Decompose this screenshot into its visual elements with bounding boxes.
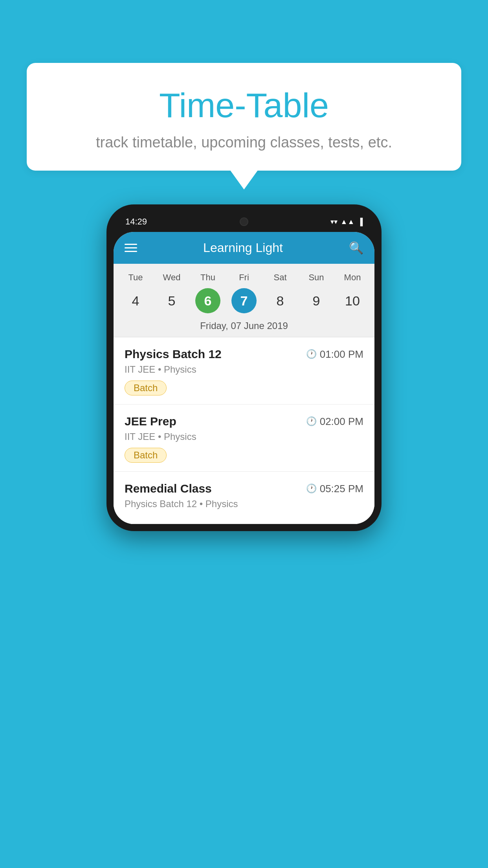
class-meta-3: Physics Batch 12 • Physics <box>125 498 363 509</box>
clock-icon-3: 🕐 <box>306 484 317 494</box>
menu-button[interactable] <box>125 244 137 252</box>
menu-line-1 <box>125 244 137 245</box>
batch-badge-1: Batch <box>125 381 167 395</box>
class-meta-1: IIT JEE • Physics <box>125 364 363 375</box>
speech-bubble: Time-Table track timetable, upcoming cla… <box>27 63 461 171</box>
day-fri[interactable]: Fri <box>226 270 262 285</box>
day-wed[interactable]: Wed <box>154 270 190 285</box>
day-mon[interactable]: Mon <box>334 270 371 285</box>
batch-badge-2: Batch <box>125 448 167 463</box>
day-num-6[interactable]: 6 <box>195 288 220 313</box>
speech-bubble-container: Time-Table track timetable, upcoming cla… <box>27 63 461 171</box>
class-name-3: Remedial Class <box>125 482 212 495</box>
class-name-1: Physics Batch 12 <box>125 348 222 361</box>
camera <box>240 217 248 226</box>
status-time: 14:29 <box>125 217 147 227</box>
battery-icon: ▐ <box>358 218 363 226</box>
clock-icon-2: 🕐 <box>306 416 317 427</box>
page-subtitle: track timetable, upcoming classes, tests… <box>46 134 442 151</box>
day-sat[interactable]: Sat <box>262 270 298 285</box>
class-name-2: JEE Prep <box>125 415 176 428</box>
menu-line-3 <box>125 251 137 252</box>
day-num-10[interactable]: 10 <box>340 288 365 313</box>
selected-date-label: Friday, 07 June 2019 <box>114 316 374 337</box>
app-title: Learning Light <box>203 241 283 255</box>
class-list: Physics Batch 12 🕐 01:00 PM IIT JEE • Ph… <box>114 337 374 524</box>
class-item-physics-batch[interactable]: Physics Batch 12 🕐 01:00 PM IIT JEE • Ph… <box>114 337 374 405</box>
day-num-9[interactable]: 9 <box>304 288 329 313</box>
app-bar: Learning Light 🔍 <box>114 232 374 264</box>
phone-notch <box>216 211 272 232</box>
phone-screen: Learning Light 🔍 Tue Wed Thu Fri Sat Sun… <box>114 232 374 524</box>
class-item-jee-prep[interactable]: JEE Prep 🕐 02:00 PM IIT JEE • Physics Ba… <box>114 405 374 472</box>
class-time-1: 🕐 01:00 PM <box>306 348 363 360</box>
class-meta-2: IIT JEE • Physics <box>125 431 363 442</box>
calendar-strip: Tue Wed Thu Fri Sat Sun Mon 4 5 6 7 8 9 … <box>114 264 374 337</box>
menu-line-2 <box>125 247 137 248</box>
phone-mockup: 14:29 ▾▾ ▲▲ ▐ Learning Light 🔍 <box>106 204 382 531</box>
day-tue[interactable]: Tue <box>117 270 154 285</box>
day-num-7[interactable]: 7 <box>231 288 257 313</box>
search-button[interactable]: 🔍 <box>349 241 363 255</box>
day-thu[interactable]: Thu <box>190 270 226 285</box>
wifi-icon: ▾▾ <box>330 217 338 226</box>
day-num-4[interactable]: 4 <box>123 288 148 313</box>
class-item-header-1: Physics Batch 12 🕐 01:00 PM <box>125 348 363 361</box>
class-time-2: 🕐 02:00 PM <box>306 416 363 428</box>
class-time-3: 🕐 05:25 PM <box>306 483 363 495</box>
day-sun[interactable]: Sun <box>298 270 334 285</box>
day-num-5[interactable]: 5 <box>159 288 184 313</box>
class-item-remedial[interactable]: Remedial Class 🕐 05:25 PM Physics Batch … <box>114 472 374 524</box>
phone-outer: 14:29 ▾▾ ▲▲ ▐ Learning Light 🔍 <box>106 204 382 531</box>
class-item-header-2: JEE Prep 🕐 02:00 PM <box>125 415 363 428</box>
day-num-8[interactable]: 8 <box>268 288 293 313</box>
status-icons: ▾▾ ▲▲ ▐ <box>330 217 363 226</box>
signal-icon: ▲▲ <box>341 218 355 226</box>
days-header: Tue Wed Thu Fri Sat Sun Mon <box>114 270 374 285</box>
class-item-header-3: Remedial Class 🕐 05:25 PM <box>125 482 363 495</box>
page-title: Time-Table <box>46 86 442 125</box>
clock-icon-1: 🕐 <box>306 349 317 359</box>
status-bar: 14:29 ▾▾ ▲▲ ▐ <box>114 211 374 232</box>
days-numbers: 4 5 6 7 8 9 10 <box>114 285 374 316</box>
